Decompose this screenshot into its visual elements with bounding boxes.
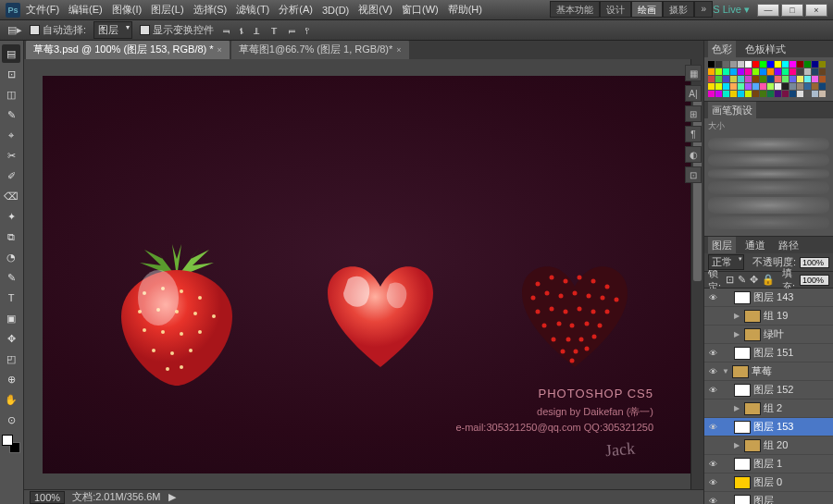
color-swatch[interactable] — [2, 435, 20, 453]
character-icon[interactable]: A| — [685, 85, 702, 102]
brush-preset[interactable] — [708, 197, 829, 214]
eyedropper-tool[interactable]: ✂ — [2, 146, 20, 165]
align-right-icon[interactable]: ⫫ — [252, 25, 262, 36]
swatch[interactable] — [715, 76, 722, 82]
swatch[interactable] — [723, 68, 729, 75]
swatch[interactable] — [708, 68, 715, 75]
swatch[interactable] — [738, 68, 744, 75]
swatch[interactable] — [767, 61, 774, 68]
menu-help[interactable]: 帮助(H) — [444, 0, 486, 19]
marquee-tool[interactable]: ⊡ — [2, 65, 20, 83]
swatch[interactable] — [752, 76, 759, 82]
align-middle-icon[interactable]: ⫭ — [287, 25, 297, 36]
brush-preset[interactable] — [708, 154, 829, 166]
swatch[interactable] — [789, 61, 796, 68]
swatch[interactable] — [782, 91, 789, 97]
swatch[interactable] — [804, 68, 811, 75]
layer-row[interactable]: 👁图层 — [704, 492, 833, 504]
gradient-tool[interactable]: ✎ — [2, 268, 20, 287]
swatch[interactable] — [745, 68, 752, 75]
swatch[interactable] — [745, 91, 752, 97]
swatch[interactable] — [760, 91, 766, 97]
crop-tool[interactable]: ⌖ — [2, 126, 20, 144]
shape-tool[interactable]: ◰ — [2, 350, 20, 368]
menu-3d[interactable]: 3D(D) — [318, 2, 353, 18]
layer-row[interactable]: ▶组 2 — [704, 400, 833, 418]
workspace-more[interactable]: » — [694, 1, 713, 18]
wand-tool[interactable]: ✎ — [2, 105, 20, 124]
swatch[interactable] — [804, 61, 811, 68]
layer-row[interactable]: ▶绿叶 — [704, 326, 833, 344]
swatch[interactable] — [789, 68, 796, 75]
swatch[interactable] — [708, 76, 715, 82]
swatch[interactable] — [760, 83, 766, 90]
layers-list[interactable]: 👁图层 143▶组 19▶绿叶👁图层 151👁▼草莓👁图层 152▶组 2👁图层… — [704, 289, 833, 504]
navigator-icon[interactable]: ▦ — [685, 65, 702, 81]
visibility-toggle[interactable] — [706, 439, 719, 452]
swatch[interactable] — [812, 76, 818, 82]
layer-row[interactable]: 👁▼草莓 — [704, 363, 833, 381]
paragraph-icon[interactable]: ¶ — [685, 126, 702, 142]
layer-thumbnail[interactable] — [734, 347, 751, 360]
panel-icon[interactable]: ⊡ — [685, 166, 702, 183]
visibility-toggle[interactable]: 👁 — [706, 476, 719, 489]
swatch[interactable] — [730, 83, 737, 90]
workspace-essentials[interactable]: 基本功能 — [550, 1, 600, 18]
layer-row[interactable]: 👁图层 143 — [704, 289, 833, 307]
layer-name[interactable]: 组 2 — [764, 401, 782, 415]
layer-name[interactable]: 图层 0 — [753, 475, 782, 489]
swatch[interactable] — [804, 76, 811, 82]
visibility-toggle[interactable]: 👁 — [706, 347, 719, 360]
align-center-icon[interactable]: ⫮ — [239, 25, 244, 36]
visibility-toggle[interactable]: 👁 — [706, 421, 719, 434]
visibility-toggle[interactable] — [706, 402, 719, 415]
layer-name[interactable]: 图层 — [753, 494, 774, 504]
swatch[interactable] — [812, 68, 818, 75]
swatch[interactable] — [738, 91, 744, 97]
swatch[interactable] — [804, 83, 811, 90]
visibility-toggle[interactable] — [706, 328, 719, 341]
layer-row[interactable]: 👁图层 0 — [704, 473, 833, 492]
swatch[interactable] — [738, 83, 744, 90]
swatch[interactable] — [730, 91, 737, 97]
swatch[interactable] — [745, 61, 752, 68]
foreground-color[interactable] — [2, 435, 13, 446]
tab-swatch-styles[interactable]: 色板样式 — [741, 41, 789, 58]
auto-select-checkbox[interactable]: 自动选择: — [30, 23, 86, 37]
menu-edit[interactable]: 编辑(E) — [65, 0, 106, 19]
swatch[interactable] — [752, 91, 759, 97]
pen-tool[interactable]: ▣ — [2, 309, 20, 327]
visibility-toggle[interactable]: 👁 — [706, 495, 719, 505]
swatch[interactable] — [789, 91, 796, 97]
close-icon[interactable]: × — [396, 45, 401, 55]
statusbar-arrow-icon[interactable]: ▶ — [168, 491, 176, 503]
align-left-icon[interactable]: ⫬ — [221, 25, 231, 36]
visibility-toggle[interactable] — [706, 310, 719, 323]
swatch[interactable] — [730, 68, 737, 75]
tab-paths[interactable]: 路径 — [775, 237, 802, 254]
swatch[interactable] — [775, 91, 781, 97]
align-bottom-icon[interactable]: ⫯ — [305, 25, 310, 36]
tab-brush-presets[interactable]: 画笔预设 — [708, 102, 756, 119]
swatch[interactable] — [819, 83, 826, 90]
menu-analysis[interactable]: 分析(A) — [275, 0, 317, 19]
layer-name[interactable]: 图层 152 — [753, 383, 793, 397]
tab-layers[interactable]: 图层 — [708, 237, 736, 254]
swatch[interactable] — [767, 83, 774, 90]
info-icon[interactable]: ◐ — [685, 146, 702, 163]
swatch[interactable] — [812, 83, 818, 90]
workspace-photography[interactable]: 摄影 — [663, 1, 694, 18]
swatch[interactable] — [752, 68, 759, 75]
doc-tab-2[interactable]: 草莓图1@66.7% (图层 1, RGB/8)*× — [231, 41, 409, 59]
swatch[interactable] — [775, 61, 781, 68]
swatch[interactable] — [745, 83, 752, 90]
layer-row[interactable]: 👁图层 153 — [704, 418, 833, 436]
menu-select[interactable]: 选择(S) — [190, 0, 231, 19]
layer-name[interactable]: 组 20 — [764, 438, 788, 452]
swatch[interactable] — [782, 76, 789, 82]
maximize-button[interactable]: □ — [781, 4, 803, 17]
swatch[interactable] — [797, 61, 803, 68]
layer-row[interactable]: 👁图层 151 — [704, 344, 833, 363]
swatch[interactable] — [760, 68, 766, 75]
layer-name[interactable]: 图层 153 — [753, 420, 793, 434]
